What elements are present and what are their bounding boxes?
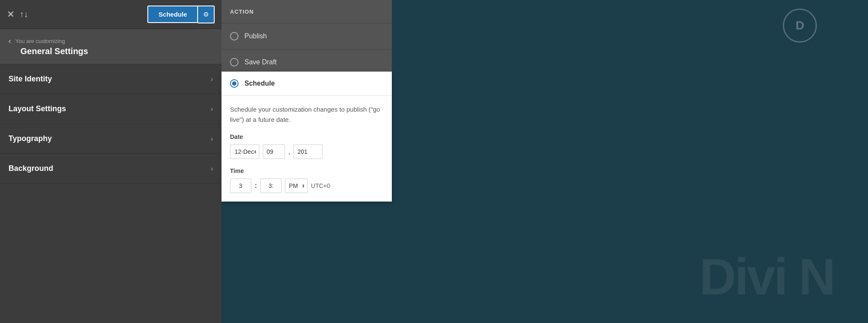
site-identity-label: Site Identity bbox=[9, 75, 52, 84]
schedule-description: Schedule your customization changes to p… bbox=[230, 104, 383, 125]
schedule-expanded-panel: Schedule Schedule your customization cha… bbox=[221, 72, 392, 202]
publish-radio[interactable] bbox=[230, 32, 239, 40]
time-colon: : bbox=[255, 182, 257, 190]
schedule-panel-header: Schedule bbox=[221, 72, 392, 96]
date-label: Date bbox=[230, 133, 383, 140]
back-chevron-icon[interactable]: ‹ bbox=[9, 37, 11, 46]
schedule-button[interactable]: Schedule bbox=[147, 6, 198, 23]
schedule-option-label: Schedule bbox=[244, 80, 275, 87]
minute-input[interactable] bbox=[260, 179, 282, 193]
nav-item-layout-settings[interactable]: Layout Settings › bbox=[0, 94, 221, 124]
site-identity-chevron-icon: › bbox=[211, 75, 213, 83]
action-option-publish[interactable]: Publish bbox=[221, 23, 392, 49]
schedule-radio[interactable] bbox=[230, 79, 239, 88]
customizing-label: You are customizing bbox=[15, 38, 65, 44]
background-label: Background bbox=[9, 164, 53, 173]
layout-settings-chevron-icon: › bbox=[211, 105, 213, 113]
month-select-wrap: 12-Dec 01-Jan 02-Feb 03-Mar 04-Apr 05-Ma… bbox=[230, 144, 259, 159]
action-panel-header: ACTION bbox=[221, 0, 392, 23]
ampm-select[interactable]: PM AM bbox=[285, 179, 308, 193]
typography-label: Typography bbox=[9, 134, 52, 143]
nav-item-background[interactable]: Background › bbox=[0, 154, 221, 184]
action-title: ACTION bbox=[230, 9, 254, 15]
top-bar-center: Schedule ⚙ bbox=[147, 6, 215, 23]
top-bar: ✕ ↑↓ Schedule ⚙ bbox=[0, 0, 221, 29]
date-comma: , bbox=[288, 148, 290, 156]
layout-settings-label: Layout Settings bbox=[9, 104, 66, 113]
close-button[interactable]: ✕ bbox=[7, 10, 14, 19]
gear-icon: ⚙ bbox=[203, 11, 209, 18]
publish-label: Publish bbox=[244, 32, 267, 40]
background-chevron-icon: › bbox=[211, 165, 213, 173]
page-title: General Settings bbox=[9, 46, 213, 56]
day-input[interactable] bbox=[263, 144, 285, 159]
date-row: 12-Dec 01-Jan 02-Feb 03-Mar 04-Apr 05-Ma… bbox=[230, 144, 383, 159]
nav-item-typography[interactable]: Typography › bbox=[0, 124, 221, 154]
time-label: Time bbox=[230, 167, 383, 174]
save-draft-label: Save Draft bbox=[244, 58, 277, 66]
time-row: : PM AM UTC+0 bbox=[230, 179, 383, 193]
gear-button[interactable]: ⚙ bbox=[198, 6, 215, 23]
customizer-sidebar: ✕ ↑↓ Schedule ⚙ ‹ You are customizing Ge… bbox=[0, 0, 221, 323]
hour-input[interactable] bbox=[230, 179, 251, 193]
back-nav: ‹ You are customizing bbox=[9, 37, 213, 46]
save-draft-radio[interactable] bbox=[230, 58, 239, 66]
nav-items-list: Site Identity › Layout Settings › Typogr… bbox=[0, 64, 221, 323]
year-input[interactable] bbox=[293, 144, 322, 159]
heading-area: ‹ You are customizing General Settings bbox=[0, 29, 221, 64]
divi-circle-logo: D bbox=[783, 9, 817, 43]
typography-chevron-icon: › bbox=[211, 135, 213, 143]
divi-bg-text: Divi N bbox=[699, 247, 834, 306]
month-select[interactable]: 12-Dec 01-Jan 02-Feb 03-Mar 04-Apr 05-Ma… bbox=[230, 144, 259, 159]
schedule-panel-body: Schedule your customization changes to p… bbox=[221, 96, 392, 202]
nav-item-site-identity[interactable]: Site Identity › bbox=[0, 64, 221, 94]
ampm-select-wrap: PM AM bbox=[285, 179, 308, 193]
top-bar-left: ✕ ↑↓ bbox=[7, 9, 28, 19]
reorder-button[interactable]: ↑↓ bbox=[20, 9, 28, 19]
utc-label: UTC+0 bbox=[311, 182, 330, 189]
